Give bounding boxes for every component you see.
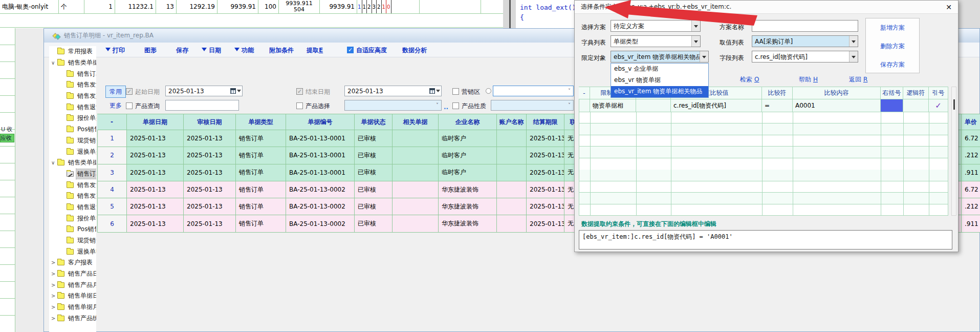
audit-date-cell[interactable]: 2025-01-13	[184, 215, 236, 232]
product-select-input[interactable]: ˅	[344, 100, 442, 111]
tree-item[interactable]: 退换单明细	[49, 246, 96, 257]
audit-date-cell[interactable]: 2025-01-13	[184, 164, 236, 181]
start-date-input[interactable]: 2025-01-13	[165, 86, 243, 96]
limit-object-combo[interactable]: ebs_vr_item 物资单据相关物品	[611, 51, 709, 63]
compare-content-cell[interactable]: A0001	[793, 99, 881, 112]
dialog-titlebar[interactable]: 选择条件定义 - ebs_v:a.+ebs_vr:b.+ebs_vr_item:…	[575, 1, 958, 14]
tree-item[interactable]: 销售退货明细	[49, 202, 96, 213]
related-doc-cell[interactable]	[393, 147, 439, 164]
doc-status-cell[interactable]: 已审核	[355, 215, 393, 232]
constraint-expression-editor[interactable]: [ebs_vr_item:]c.res_id[物资代码] = 'A0001'	[579, 230, 952, 250]
unit-price-cell[interactable]: .212	[962, 198, 980, 215]
doc-status-cell[interactable]: 已审核	[355, 130, 393, 147]
row-number-cell[interactable]: 2	[97, 147, 127, 164]
related-doc-cell[interactable]	[393, 198, 439, 215]
save-plan-button[interactable]: 保存方案	[866, 55, 919, 74]
tree-item[interactable]: Pos销售明细	[49, 224, 96, 235]
audit-date-cell[interactable]: 2025-01-13	[184, 198, 236, 215]
tree-expander-icon[interactable]	[51, 293, 57, 299]
toolbar-auto-height-checkbox[interactable]: 自适应高度	[347, 46, 387, 55]
tree-item[interactable]: 现货销售明细	[49, 235, 96, 246]
condition-grid-empty-rows[interactable]	[579, 112, 948, 216]
combo-arrow-icon[interactable]	[691, 20, 700, 31]
due-date-cell[interactable]: 2025-01-13	[527, 181, 564, 198]
company-cell[interactable]: 华东捷波装饰	[439, 181, 497, 198]
tree-item[interactable]: 销售发货列表	[49, 79, 96, 91]
doc-code-cell[interactable]: BA-25-01-13-0002	[286, 215, 355, 232]
row-number-cell[interactable]: 6	[97, 215, 127, 232]
combo-arrow-icon[interactable]	[849, 36, 858, 47]
toolbar-print-button[interactable]: 打印	[105, 46, 125, 55]
due-date-cell[interactable]: 2025-01-13	[527, 215, 564, 232]
grid-scrollbar[interactable]	[951, 87, 956, 216]
doc-type-cell[interactable]: 销售订单	[236, 215, 286, 232]
tree-expander-icon[interactable]	[51, 160, 57, 165]
condition-grid-row[interactable]: 物资单据相 c.res_id[物资代码] = A0001 ✓	[579, 99, 948, 112]
doc-code-cell[interactable]: BA-25-01-13-0001	[286, 130, 355, 147]
tree-expander-icon[interactable]	[51, 60, 57, 66]
tree-expander-icon[interactable]	[51, 282, 57, 288]
table-header-cell[interactable]: 单据编号	[286, 114, 355, 130]
table-header-cell[interactable]: 账户名称	[497, 114, 527, 130]
calendar-picker-icon[interactable]	[229, 86, 242, 96]
due-date-cell[interactable]: 2025-01-13	[527, 147, 564, 164]
start-date-filter[interactable]: 起始日期	[126, 88, 160, 96]
market-zone-filter[interactable]: 营销区	[452, 88, 480, 96]
unit-price-cell[interactable]: .911	[962, 215, 980, 232]
search-link[interactable]: 检索O	[740, 75, 759, 84]
product-nature-filter[interactable]: 产品性质	[452, 102, 486, 111]
tree-item[interactable]: 客户报表	[49, 257, 96, 268]
tree-item[interactable]: 销售发票列表	[49, 91, 96, 102]
tree-item[interactable]: 销售类单据列表	[49, 57, 96, 69]
doc-date-cell[interactable]: 2025-01-13	[127, 198, 184, 215]
tree-item[interactable]: 报价单明细	[49, 213, 96, 224]
row-number-cell[interactable]: 5	[97, 198, 127, 215]
table-header-cell[interactable]: -	[97, 114, 127, 130]
related-doc-cell[interactable]	[393, 181, 439, 198]
doc-status-cell[interactable]: 已审核	[355, 164, 393, 181]
dict-list-combo[interactable]: 单据类型	[611, 35, 701, 47]
doc-type-cell[interactable]: 销售订单	[236, 198, 286, 215]
tree-expander-icon[interactable]	[51, 304, 57, 310]
doc-status-cell[interactable]: 已审核	[355, 147, 393, 164]
plan-name-input[interactable]	[752, 20, 858, 32]
dropdown-option[interactable]: ebs_vr 物资单据	[611, 75, 708, 86]
account-cell[interactable]	[497, 198, 527, 215]
doc-date-cell[interactable]: 2025-01-13	[127, 130, 184, 147]
tree-item[interactable]: 销售类单据明细	[49, 157, 96, 169]
dropdown-option[interactable]: ebs_vr_item 物资单据相关物品	[611, 86, 708, 97]
due-date-cell[interactable]: 2025-01-13	[527, 130, 564, 147]
audit-date-cell[interactable]: 2025-01-13	[184, 130, 236, 147]
combo-arrow-icon[interactable]	[691, 36, 700, 47]
table-header-cell[interactable]: 单据状态	[355, 114, 393, 130]
help-link[interactable]: 帮助H	[799, 75, 818, 84]
doc-date-cell[interactable]: 2025-01-13	[127, 147, 184, 164]
condition-grid-header-cell[interactable]: 比较内容	[793, 87, 881, 99]
toolbar-date-button[interactable]: 日期	[202, 46, 221, 55]
tree-item[interactable]: 销售订单明细	[49, 169, 96, 180]
row-number-cell[interactable]: 4	[97, 181, 127, 198]
unit-price-cell[interactable]: .212	[962, 147, 980, 164]
product-query-filter[interactable]: 产品查询	[126, 102, 160, 111]
right-paren-cell-selected[interactable]	[881, 99, 903, 112]
close-icon[interactable]: ✕	[946, 3, 952, 11]
return-link[interactable]: 返回R	[849, 75, 867, 84]
toolbar-extract-button[interactable]: 提取E	[307, 46, 323, 55]
tree-item[interactable]: 报价单列表	[49, 113, 96, 124]
doc-status-cell[interactable]: 已审核	[355, 198, 393, 215]
tree-item[interactable]: 销售产品日报	[49, 268, 96, 280]
toolbar-function-button[interactable]: 功能	[234, 46, 254, 55]
condition-grid-header-cell[interactable]: 引号	[929, 87, 948, 99]
audit-date-cell[interactable]: 2025-01-13	[184, 181, 236, 198]
related-doc-cell[interactable]	[393, 215, 439, 232]
grid-row-handle[interactable]	[579, 99, 590, 112]
table-header-cell[interactable]: 单据类型	[236, 114, 286, 130]
toolbar-save-button[interactable]: 保存	[176, 46, 188, 55]
end-date-input[interactable]: 2025-01-13	[344, 86, 442, 96]
company-cell[interactable]: 临时客户	[439, 130, 497, 147]
end-date-filter[interactable]: 结束日期	[296, 88, 330, 96]
toolbar-graph-button[interactable]: 图形	[144, 46, 157, 55]
left-value-cell[interactable]: c.res_id[物资代码]	[671, 99, 762, 112]
left-paren-cell[interactable]	[636, 99, 671, 112]
doc-date-cell[interactable]: 2025-01-13	[127, 181, 184, 198]
